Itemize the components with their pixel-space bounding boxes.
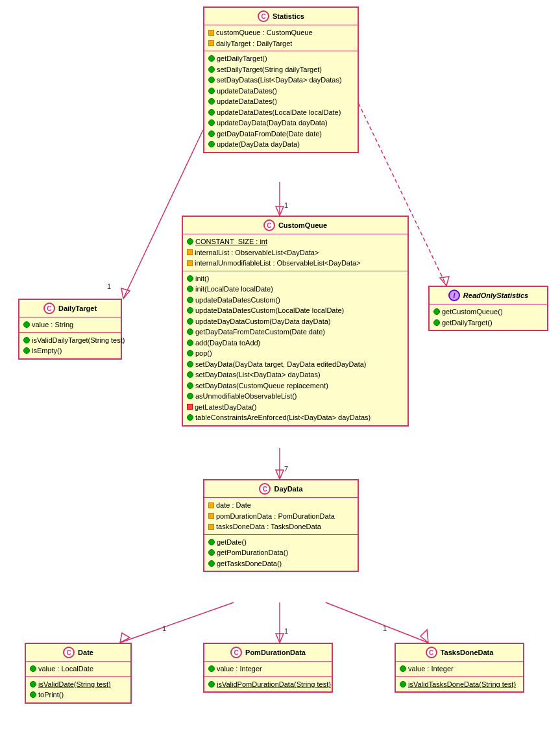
- method-item: setDayDatas(CustomQueue replacement): [187, 380, 404, 391]
- method-text: getDate(): [217, 537, 247, 548]
- method-item: setDayData(DayData target, DayData edite…: [187, 359, 404, 370]
- method-text: isValidPomDurationData(String test): [217, 679, 331, 690]
- private-icon: [187, 404, 193, 410]
- readonlystatistics-header: I ReadOnlyStatistics: [430, 287, 547, 304]
- pomdurationdata-fields: value : Integer: [204, 662, 332, 677]
- method-text: updateDataDates(): [217, 96, 277, 107]
- field-text: value : Integer: [408, 663, 454, 675]
- method-item: isValidTasksDoneData(String test): [400, 679, 519, 690]
- field-item: date : Date: [208, 500, 354, 511]
- method-text: updateDataDatesCustom(LocalDate localDat…: [195, 305, 344, 316]
- method-text: setDailyTarget(String dailyTarget): [217, 64, 322, 75]
- tasksdonedata-class: C TasksDoneData value : Integer isValidT…: [395, 643, 524, 693]
- method-item: setDayDatas(List<DayData> dayDatas): [208, 75, 354, 86]
- customqueue-fields: CONSTANT_SIZE : int internalList : Obser…: [183, 234, 408, 271]
- statistics-methods: getDailyTarget() setDailyTarget(String d…: [204, 51, 358, 152]
- field-text: dailyTarget : DailyTarget: [216, 38, 292, 49]
- interface-icon: I: [448, 290, 460, 301]
- method-text: getPomDurationData(): [217, 547, 288, 558]
- public-icon: [208, 119, 215, 126]
- pomdurationdata-methods: isValidPomDurationData(String test): [204, 677, 332, 692]
- public-icon: [30, 691, 36, 698]
- svg-marker-9: [276, 470, 284, 479]
- method-text: getTasksDoneData(): [217, 558, 282, 569]
- public-icon: [400, 665, 406, 672]
- customqueue-icon: C: [263, 219, 275, 231]
- field-text: customQueue : CustomQueue: [216, 27, 313, 38]
- method-item: toPrint(): [30, 689, 127, 700]
- public-icon: [30, 681, 36, 688]
- customqueue-header: C CustomQueue: [183, 217, 408, 234]
- svg-marker-15: [276, 634, 284, 643]
- public-icon: [433, 319, 440, 326]
- method-text: setDayDatas(List<DayData> dayDatas): [217, 75, 342, 86]
- pomdurationdata-class: C PomDurationData value : Integer isVali…: [203, 643, 333, 693]
- protected-icon: [208, 524, 214, 530]
- method-text: getDailyTarget(): [217, 53, 267, 64]
- daydata-name: DayData: [274, 485, 302, 493]
- method-item: init(LocalDate localDate): [187, 284, 404, 295]
- svg-marker-7: [440, 277, 449, 286]
- protected-icon: [208, 30, 214, 36]
- method-text: toPrint(): [38, 689, 64, 700]
- tasksdonedata-methods: isValidTasksDoneData(String test): [396, 677, 523, 692]
- svg-marker-4: [121, 288, 130, 299]
- field-text: date : Date: [216, 500, 251, 511]
- method-item: getLatestDayData(): [187, 402, 404, 413]
- field-text: internalUnmodifiableList : ObservableLis…: [195, 258, 361, 269]
- readonlystatistics-name: ReadOnlyStatistics: [463, 291, 528, 299]
- method-item: setDailyTarget(String dailyTarget): [208, 64, 354, 75]
- svg-text:1: 1: [284, 201, 288, 209]
- public-icon: [208, 141, 215, 147]
- method-item: updateDayData(DayData dayData): [208, 118, 354, 129]
- method-text: init(): [195, 273, 209, 284]
- readonlystatistics-methods: getCustomQueue() getDailyTarget(): [430, 304, 547, 330]
- field-item: pomDurationData : PomDurationData: [208, 511, 354, 522]
- method-text: updateDayDataCustom(DayData dayData): [195, 316, 331, 327]
- customqueue-name: CustomQueue: [278, 221, 327, 229]
- method-item: updateDataDates(): [208, 96, 354, 107]
- customqueue-class: C CustomQueue CONSTANT_SIZE : int intern…: [182, 216, 409, 427]
- method-text: pop(): [195, 348, 212, 359]
- method-item: updateDataDatesCustom(LocalDate localDat…: [187, 305, 404, 316]
- method-item: init(): [187, 273, 404, 284]
- method-text: setDayDatas(List<DayData> dayDatas): [195, 369, 321, 380]
- field-item: internalList : ObservableList<DayData>: [187, 247, 404, 258]
- method-item: update(DayData dayData): [208, 139, 354, 150]
- svg-marker-12: [120, 633, 130, 643]
- dailytarget-methods: isValidDailyTarget(String test) isEmpty(…: [19, 333, 121, 358]
- method-text: tableConstraintsAreEnforced(List<DayData…: [195, 412, 371, 423]
- method-text: getDailyTarget(): [442, 317, 493, 328]
- method-item: updateDayDataCustom(DayData dayData): [187, 316, 404, 327]
- field-text: CONSTANT_SIZE : int: [195, 236, 267, 247]
- method-item: getDate(): [208, 537, 354, 548]
- svg-line-17: [326, 602, 428, 643]
- method-text: getLatestDayData(): [195, 402, 256, 413]
- field-text: internalList : ObservableList<DayData>: [195, 247, 319, 258]
- public-icon: [208, 109, 215, 116]
- field-item: tasksDoneData : TasksDoneData: [208, 521, 354, 532]
- public-icon: [23, 321, 30, 328]
- field-item: dailyTarget : DailyTarget: [208, 38, 354, 49]
- method-text: init(LocalDate localDate): [195, 284, 273, 295]
- method-item: getDailyTarget(): [208, 53, 354, 64]
- tasksdonedata-header: C TasksDoneData: [396, 644, 523, 662]
- method-text: setDayDatas(CustomQueue replacement): [195, 380, 328, 391]
- field-text: tasksDoneData : TasksDoneData: [216, 521, 321, 532]
- public-icon: [187, 382, 193, 389]
- method-item: isEmpty(): [23, 345, 117, 356]
- public-icon: [208, 77, 215, 83]
- method-item: setDayDatas(List<DayData> dayDatas): [187, 369, 404, 380]
- field-item: CONSTANT_SIZE : int: [187, 236, 404, 247]
- svg-marker-1: [276, 206, 284, 216]
- method-item: pop(): [187, 348, 404, 359]
- method-item: isValidDate(String test): [30, 679, 127, 690]
- method-item: getCustomQueue(): [433, 306, 543, 317]
- statistics-class: C Statistics customQueue : CustomQueue d…: [203, 6, 359, 153]
- svg-text:1: 1: [284, 627, 288, 635]
- statistics-icon: C: [258, 10, 269, 22]
- public-icon: [208, 549, 215, 556]
- protected-icon: [208, 513, 214, 519]
- dailytarget-header: C DailyTarget: [19, 300, 121, 317]
- public-icon: [187, 328, 193, 335]
